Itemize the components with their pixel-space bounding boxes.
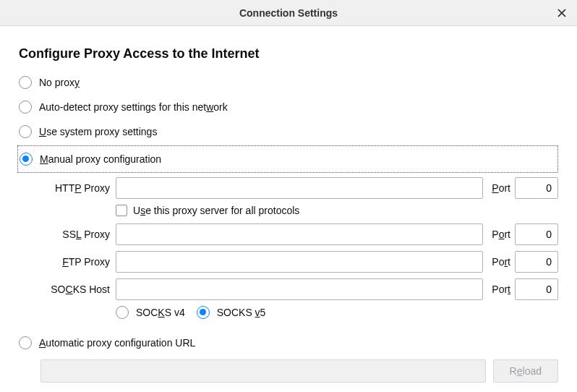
radio-manual-row[interactable]: Manual proxy configuration — [20, 148, 557, 170]
radio-socks4-row[interactable]: SOCKS v4 — [116, 306, 185, 319]
ssl-proxy-label: SSL Proxy — [40, 229, 116, 240]
radio-socks4-label: SOCKS v4 — [136, 307, 185, 318]
radio-manual-label: Manual proxy configuration — [40, 153, 161, 165]
radio-socks4[interactable] — [116, 306, 129, 319]
use-for-all-checkbox[interactable] — [116, 205, 127, 216]
pac-url-input — [40, 359, 486, 383]
use-for-all-row[interactable]: Use this proxy server for all protocols — [116, 205, 558, 216]
ssl-port-label: Port — [483, 229, 515, 240]
socks-host-input[interactable] — [116, 278, 483, 300]
ftp-port-input[interactable] — [515, 251, 558, 273]
section-heading: Configure Proxy Access to the Internet — [19, 46, 558, 61]
radio-no-proxy[interactable] — [19, 76, 32, 89]
socks-port-input[interactable] — [515, 278, 558, 300]
http-proxy-input[interactable] — [116, 177, 483, 199]
pac-url-block: Reload — [40, 359, 558, 383]
radio-system-proxy-label: Use system proxy settings — [39, 126, 157, 137]
radio-auto-detect-label: Auto-detect proxy settings for this netw… — [39, 101, 228, 113]
radio-manual-focus: Manual proxy configuration — [17, 145, 558, 173]
socks-version-row: SOCKS v4 SOCKS v5 — [116, 306, 558, 319]
radio-socks5-label: SOCKS v5 — [217, 307, 266, 318]
radio-pac-url-label: Automatic proxy configuration URL — [39, 337, 195, 349]
ssl-port-input[interactable] — [515, 223, 558, 245]
manual-fields: HTTP Proxy Port Use this proxy server fo… — [40, 177, 558, 319]
http-proxy-label: HTTP Proxy — [40, 182, 116, 194]
ftp-proxy-input[interactable] — [116, 251, 483, 273]
radio-pac-url[interactable] — [19, 336, 32, 349]
ssl-proxy-row: SSL Proxy Port — [40, 223, 558, 245]
reload-button: Reload — [493, 359, 558, 383]
radio-auto-detect[interactable] — [19, 101, 32, 114]
ftp-proxy-label: FTP Proxy — [40, 256, 116, 268]
titlebar: Connection Settings — [0, 0, 577, 26]
radio-no-proxy-row[interactable]: No proxy — [19, 72, 558, 93]
http-proxy-row: HTTP Proxy Port — [40, 177, 558, 199]
radio-system-proxy[interactable] — [19, 125, 32, 138]
radio-manual[interactable] — [20, 153, 33, 166]
radio-pac-url-row[interactable]: Automatic proxy configuration URL — [19, 332, 558, 354]
content-area: Configure Proxy Access to the Internet N… — [0, 26, 577, 392]
close-button[interactable] — [554, 5, 570, 21]
radio-auto-detect-row[interactable]: Auto-detect proxy settings for this netw… — [19, 96, 558, 118]
ftp-proxy-row: FTP Proxy Port — [40, 251, 558, 273]
http-port-input[interactable] — [515, 177, 558, 199]
socks-host-row: SOCKS Host Port — [40, 278, 558, 300]
use-for-all-label: Use this proxy server for all protocols — [133, 205, 299, 216]
radio-no-proxy-label: No proxy — [39, 77, 80, 88]
http-port-label: Port — [483, 182, 515, 194]
window-title: Connection Settings — [239, 7, 338, 19]
radio-system-proxy-row[interactable]: Use system proxy settings — [19, 121, 558, 142]
radio-socks5[interactable] — [197, 306, 210, 319]
close-icon — [557, 9, 566, 17]
ssl-proxy-input[interactable] — [116, 223, 483, 245]
ftp-port-label: Port — [483, 256, 515, 268]
radio-socks5-row[interactable]: SOCKS v5 — [197, 306, 266, 319]
socks-host-label: SOCKS Host — [40, 284, 116, 295]
socks-port-label: Port — [483, 284, 515, 295]
